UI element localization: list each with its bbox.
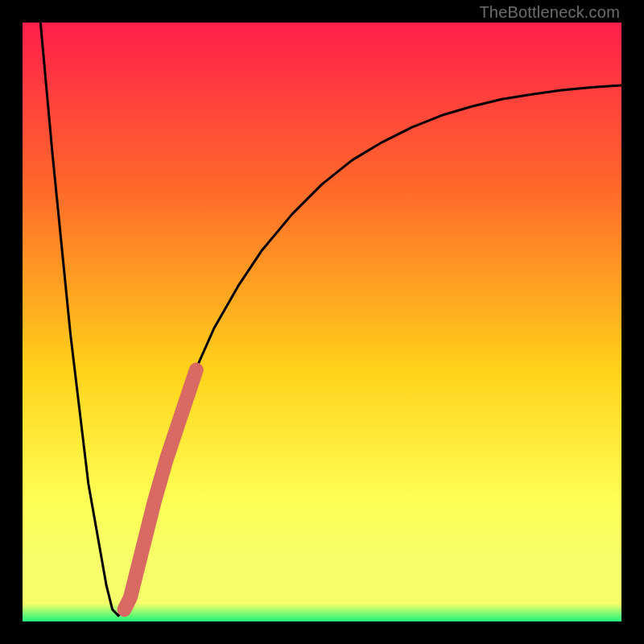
watermark-text: TheBottleneck.com bbox=[479, 3, 620, 22]
plot-area bbox=[23, 23, 621, 621]
chart-frame: TheBottleneck.com bbox=[0, 0, 644, 644]
chart-overlay bbox=[23, 23, 621, 621]
highlight-segment bbox=[125, 370, 196, 610]
bottleneck-curve bbox=[40, 23, 621, 616]
